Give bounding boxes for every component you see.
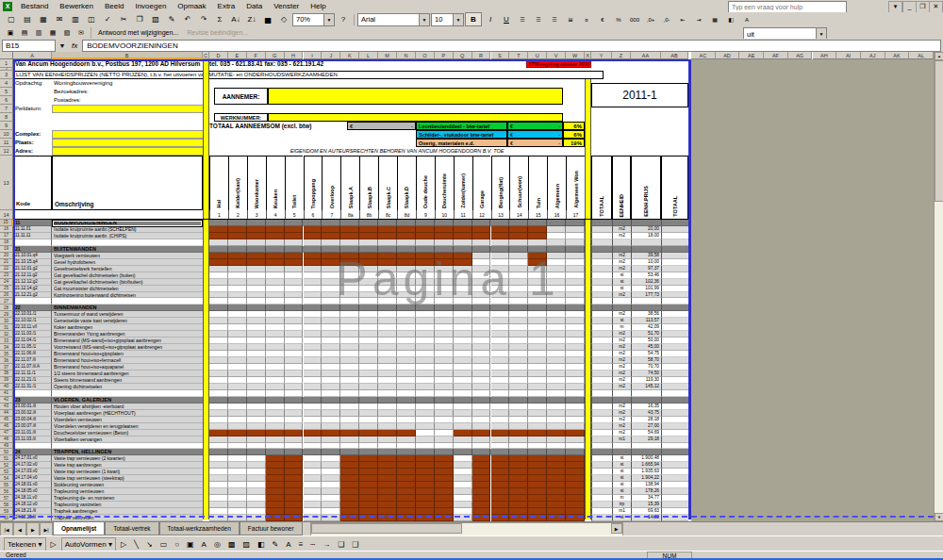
grid-cell[interactable] xyxy=(454,371,472,377)
grid-cell[interactable] xyxy=(266,455,285,462)
grid-cell[interactable] xyxy=(340,266,359,272)
totaal-cell[interactable] xyxy=(591,220,612,226)
column-header[interactable]: Z xyxy=(612,52,631,59)
grid-cell[interactable] xyxy=(454,318,472,324)
oval-icon[interactable]: ○ xyxy=(172,538,182,551)
grid-cell[interactable] xyxy=(491,292,510,299)
grid-cell[interactable] xyxy=(359,371,378,377)
grid-cell[interactable] xyxy=(359,305,378,311)
row-header[interactable]: 19 xyxy=(0,246,13,253)
grid-cell[interactable] xyxy=(435,259,454,266)
grid-cell[interactable] xyxy=(472,226,491,233)
grid-cell[interactable] xyxy=(566,259,585,266)
grid-cell[interactable] xyxy=(528,469,547,475)
grid-cell[interactable] xyxy=(528,298,547,305)
row-header[interactable]: 33 xyxy=(0,338,13,344)
grid-cell[interactable] xyxy=(247,502,266,508)
grid-cell[interactable] xyxy=(397,338,416,344)
totaal-cell[interactable] xyxy=(591,430,612,436)
row-desc-cell[interactable]: Vaste trap vernieuwen (1 kwart) xyxy=(52,469,203,475)
totaal-column-header[interactable]: TOTAAL xyxy=(591,156,612,220)
grid-cell[interactable] xyxy=(491,508,510,515)
grid-cell[interactable] xyxy=(416,246,435,253)
grid-cell[interactable] xyxy=(397,469,416,475)
grid-cell[interactable] xyxy=(416,344,435,351)
grid-cell[interactable] xyxy=(454,253,472,259)
grid-cell[interactable] xyxy=(322,246,340,253)
row-code-cell[interactable]: 11 xyxy=(13,220,52,226)
plaats-input-cell[interactable] xyxy=(52,139,209,147)
totaal-cell[interactable] xyxy=(591,423,612,430)
eenheid-cell[interactable]: m2 xyxy=(612,338,631,344)
eenheid-column-header[interactable]: EENHEID xyxy=(612,156,631,220)
grid-cell[interactable] xyxy=(528,246,547,253)
row-desc-cell[interactable]: Vloerdelen vernieuwen xyxy=(52,417,203,423)
grid-cell[interactable] xyxy=(416,311,435,318)
grid-cell[interactable] xyxy=(566,286,585,292)
grid-cell[interactable] xyxy=(416,253,435,259)
grid-cell[interactable] xyxy=(322,502,340,508)
complex-label[interactable]: Complex: xyxy=(13,130,52,139)
grid-cell[interactable] xyxy=(547,364,566,371)
grid-cell[interactable] xyxy=(378,495,397,502)
grid-cell[interactable] xyxy=(509,239,528,246)
grid-cell[interactable] xyxy=(285,318,304,324)
grid-cell[interactable] xyxy=(247,443,266,450)
font-color-icon[interactable]: A xyxy=(739,13,754,25)
grid-cell[interactable] xyxy=(509,455,528,462)
sheet-tab-totaal-werkzaamheden[interactable]: Totaal-werkzaamheden xyxy=(159,522,240,535)
totaal-cell[interactable] xyxy=(591,318,612,324)
grid-cell[interactable] xyxy=(247,266,266,272)
row-code-cell[interactable]: 24.17.01.v0 xyxy=(13,455,52,462)
grid-cell[interactable] xyxy=(322,226,340,233)
grid-cell[interactable] xyxy=(416,436,435,443)
grid-cell[interactable] xyxy=(435,292,454,299)
grid-cell[interactable] xyxy=(359,443,378,450)
grid-cell[interactable] xyxy=(397,344,416,351)
row-code-cell[interactable] xyxy=(13,443,52,450)
totaal-cell[interactable] xyxy=(591,279,612,286)
totaal2-cell[interactable] xyxy=(661,344,688,351)
grid-cell[interactable] xyxy=(378,430,397,436)
grid-cell[interactable] xyxy=(228,443,247,450)
row-header[interactable]: 12 xyxy=(0,147,13,156)
grid-cell[interactable] xyxy=(322,417,340,423)
row-header[interactable]: 22 xyxy=(0,266,13,272)
grid-cell[interactable] xyxy=(266,357,285,364)
grid-cell[interactable] xyxy=(228,279,247,286)
grid-cell[interactable] xyxy=(509,259,528,266)
eenhprijs-cell[interactable] xyxy=(631,220,661,226)
row-header[interactable]: 50 xyxy=(0,449,13,455)
dash-style-icon[interactable]: ┄ xyxy=(307,538,318,551)
row-code-cell[interactable]: 24.18.12.v0 xyxy=(13,502,52,508)
menu-bestand[interactable]: Bestand xyxy=(15,2,54,10)
row-code-cell[interactable]: 21.12.14.g2 xyxy=(13,286,52,292)
grid-cell[interactable] xyxy=(435,311,454,318)
grid-cell[interactable] xyxy=(397,259,416,266)
totaal-cell[interactable] xyxy=(591,272,612,279)
grid-cell[interactable] xyxy=(509,475,528,482)
grid-cell[interactable] xyxy=(472,377,491,384)
column-header[interactable]: C xyxy=(203,52,209,59)
email-icon[interactable]: ✉ xyxy=(52,13,67,25)
grid-cell[interactable] xyxy=(228,298,247,305)
grid-cell[interactable] xyxy=(209,488,228,495)
grid-cell[interactable] xyxy=(397,305,416,311)
grid-cell[interactable] xyxy=(491,417,510,423)
eenheid-cell[interactable]: m2 xyxy=(612,371,631,377)
grid-cell[interactable] xyxy=(435,279,454,286)
grid-cell[interactable] xyxy=(547,377,566,384)
column-header[interactable]: N xyxy=(397,52,416,59)
grid-cell[interactable] xyxy=(247,488,266,495)
grid-cell[interactable] xyxy=(378,469,397,475)
grid-cell[interactable] xyxy=(378,455,397,462)
grid-cell[interactable] xyxy=(359,436,378,443)
grid-cell[interactable] xyxy=(247,364,266,371)
grid-cell[interactable] xyxy=(247,246,266,253)
review-mail-icon[interactable]: ✉ xyxy=(74,27,88,38)
eenhprijs-cell[interactable]: 38,56 xyxy=(631,311,661,318)
grid-cell[interactable] xyxy=(528,455,547,462)
grid-cell[interactable] xyxy=(566,226,585,233)
grid-cell[interactable] xyxy=(547,331,566,338)
grid-cell[interactable] xyxy=(285,449,304,455)
